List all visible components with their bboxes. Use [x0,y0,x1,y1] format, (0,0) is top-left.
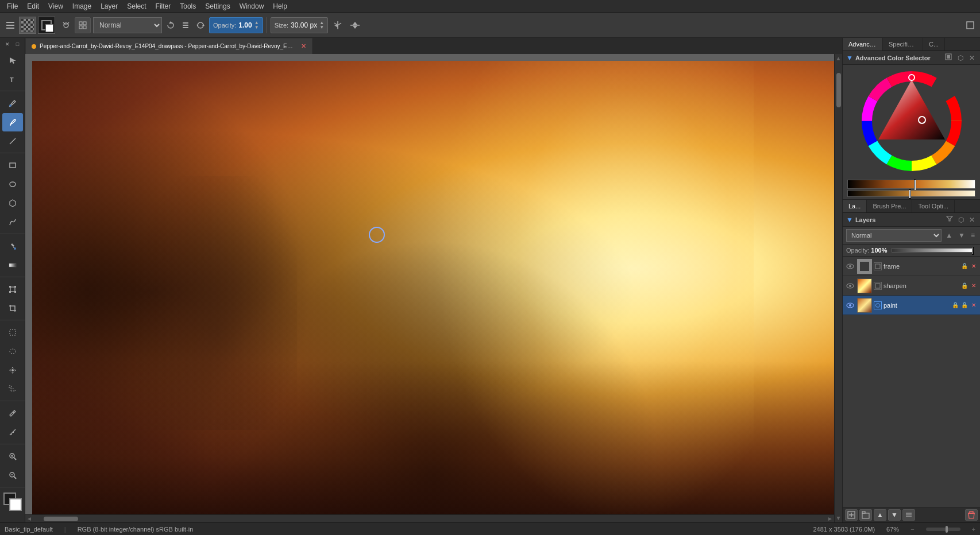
layers-tab-tooloptions[interactable]: Tool Opti... [912,200,955,212]
paint-brush-tool[interactable] [2,94,23,113]
menu-file[interactable]: File [2,1,22,11]
layer-delete-sharpen[interactable]: ✕ [970,282,978,290]
pan-tool[interactable] [2,466,23,484]
line-tool[interactable] [2,132,23,150]
layers-sort-asc-btn[interactable]: ▲ [944,231,954,240]
zoom-in-btn[interactable]: + [972,526,975,533]
ellipse-tool[interactable] [2,175,23,193]
polygon-tool[interactable] [2,194,23,212]
menu-select[interactable]: Select [122,1,151,11]
artwork-canvas[interactable] [32,61,834,522]
layer-delete-frame[interactable]: ✕ [970,262,978,270]
close-panel-btn[interactable]: ✕ [3,40,12,48]
layer-properties-btn[interactable] [902,509,915,521]
opacity-slider-handle[interactable] [972,247,974,255]
document-tab[interactable]: Pepper-and-Carrot_by-David-Revoy_E14P04_… [25,38,312,54]
layer-down-btn[interactable]: ▼ [888,509,901,521]
menu-edit[interactable]: Edit [22,1,44,11]
layer-up-btn[interactable]: ▲ [874,509,886,521]
color-panel-settings-btn[interactable] [943,53,954,63]
opacity-spinner[interactable]: ▲ ▼ [254,21,259,30]
size-spinner[interactable]: ▲ ▼ [319,21,324,30]
delete-layer-btn[interactable] [965,509,978,521]
crop-tool[interactable] [2,299,23,317]
brush-preview[interactable] [19,17,36,34]
add-group-btn[interactable] [859,509,872,521]
value-thumb[interactable] [909,189,911,199]
fg-bg-colors[interactable] [38,17,55,34]
transform-tool[interactable] [2,280,23,298]
layer-visibility-paint[interactable] [845,300,855,311]
layers-filter-btn[interactable] [944,215,955,224]
layer-lock-frame[interactable]: 🔒 [960,262,969,270]
layer-item-paint[interactable]: paint 🔒 🔒 ✕ [843,296,980,315]
main-gradient-bar[interactable] [847,180,975,189]
float-panel-btn[interactable]: □ [13,40,22,48]
mirror-v-btn[interactable] [348,17,362,33]
menu-window[interactable]: Window [235,1,269,11]
grid-view-btn[interactable] [78,19,88,32]
zoom-slider[interactable] [926,528,960,531]
canvas-area[interactable]: ◄ ► [25,54,834,522]
eyedropper-tool[interactable] [2,404,23,422]
color-panel-collapse-icon[interactable]: ▼ [846,54,853,62]
menu-layer[interactable]: Layer [96,1,122,11]
zoom-slider-handle[interactable] [946,526,948,533]
layer-visibility-sharpen[interactable] [845,281,855,291]
brush-options-btn[interactable] [179,17,192,33]
select-cursor-tool[interactable] [2,51,23,69]
layer-lock2-paint[interactable]: 🔒 [960,301,969,309]
menu-view[interactable]: View [44,1,68,11]
value-gradient-bar[interactable] [847,190,975,197]
layers-close-btn[interactable]: ✕ [967,215,977,224]
layers-tab-layers[interactable]: La... [843,200,867,212]
menu-filter[interactable]: Filter [151,1,176,11]
v-scrollbar[interactable]: ▲ ▼ [834,54,842,522]
tab-close-btn[interactable]: ✕ [301,42,306,50]
panel-tab-specific[interactable]: Specific ... [883,38,923,51]
color-swatches[interactable] [3,493,22,511]
layers-sort-desc-btn[interactable]: ▼ [956,231,967,240]
layer-visibility-frame[interactable] [845,261,855,272]
freehand-brush-tool[interactable] [2,113,23,131]
zoom-out-btn[interactable]: − [910,526,914,533]
menu-settings[interactable]: Settings [200,1,234,11]
move-tool[interactable] [2,361,23,379]
h-scrollbar[interactable]: ◄ ► [25,514,834,522]
rect-select-tool[interactable] [2,323,23,342]
layer-item-frame[interactable]: frame 🔒 ✕ [843,257,980,276]
layers-filter2-btn[interactable]: ≡ [969,231,977,240]
brush-refresh-btn[interactable] [194,17,207,33]
menu-image[interactable]: Image [68,1,96,11]
tool-options-btn[interactable] [3,17,17,33]
layers-opacity-slider[interactable] [892,248,975,253]
fill-tool[interactable] [2,237,23,255]
layers-blend-select[interactable]: Normal Multiply Screen [846,229,942,242]
layer-delete-paint[interactable]: ✕ [970,301,978,309]
scroll-left-btn[interactable]: ◄ [26,515,32,522]
freehand-path-tool[interactable] [2,213,23,231]
gradient-tool[interactable] [2,256,23,274]
gradient-thumb[interactable] [914,179,916,191]
layer-lock-sharpen[interactable]: 🔒 [960,282,969,290]
layers-float-btn[interactable]: ⬡ [956,215,966,224]
zoom-tool[interactable] [2,447,23,466]
rect-tool[interactable] [2,156,23,175]
brush-rotate-btn[interactable] [164,17,177,33]
h-scroll-thumb[interactable] [44,517,78,521]
reset-colors-btn[interactable] [60,17,72,33]
scroll-down-btn[interactable]: ▼ [836,515,842,521]
layer-item-sharpen[interactable]: sharpen 🔒 ✕ [843,276,980,296]
ruler-tool[interactable] [2,423,23,441]
color-panel-float-btn[interactable]: ⬡ [956,53,965,63]
color-wheel[interactable] [860,69,963,173]
text-tool[interactable]: T [2,70,23,88]
panel-tab-advanced[interactable]: Advanced ... [843,38,883,51]
mirror-h-btn[interactable] [330,17,345,33]
ellipse-select-tool[interactable] [2,342,23,360]
scroll-right-btn[interactable]: ► [827,515,833,522]
layer-lock-paint[interactable]: 🔒 [951,301,959,309]
scroll-up-btn[interactable]: ▲ [836,55,842,61]
panel-tab-c[interactable]: C... [923,38,945,51]
add-layer-btn[interactable] [845,509,858,521]
